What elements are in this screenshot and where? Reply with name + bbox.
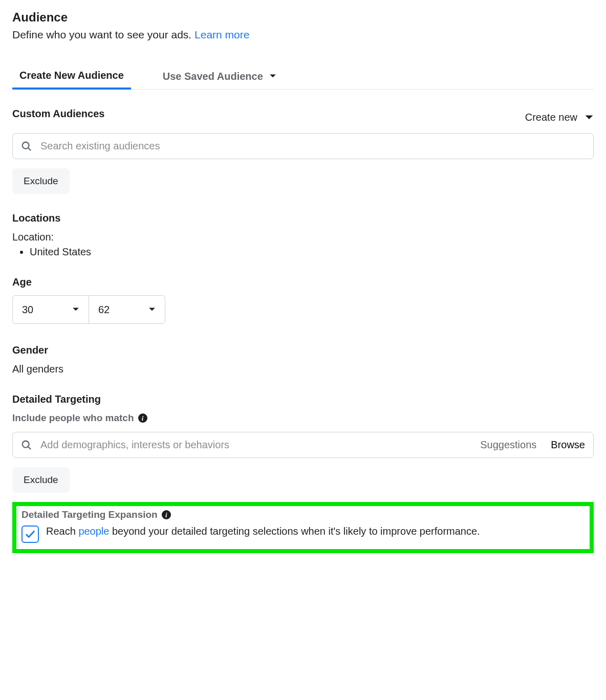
- custom-audiences-block: Custom Audiences Create new Exclude: [12, 108, 594, 194]
- age-max-value: 62: [98, 304, 110, 316]
- detailed-targeting-sublabel: Include people who match i: [12, 412, 594, 424]
- custom-audiences-label: Custom Audiences: [12, 108, 104, 120]
- locations-block: Locations Location: United States: [12, 212, 594, 258]
- age-min-value: 30: [22, 304, 33, 316]
- age-label: Age: [12, 276, 594, 288]
- expansion-text: Reach people beyond your detailed target…: [46, 523, 480, 539]
- location-list: United States: [12, 246, 594, 258]
- info-icon[interactable]: i: [138, 413, 147, 423]
- audience-tabs: Create New Audience Use Saved Audience: [12, 63, 594, 90]
- tab-create-new-audience[interactable]: Create New Audience: [12, 63, 131, 90]
- info-icon[interactable]: i: [162, 510, 171, 519]
- exclude-detailed-button[interactable]: Exclude: [12, 467, 70, 493]
- age-max-select[interactable]: 62: [89, 295, 165, 324]
- search-icon: [21, 141, 32, 152]
- age-block: Age 30 62: [12, 276, 594, 324]
- audience-search-input[interactable]: [39, 140, 585, 152]
- expansion-highlight: Detailed Targeting Expansion i Reach peo…: [12, 502, 594, 553]
- suggestions-link[interactable]: Suggestions: [480, 439, 536, 451]
- tab-saved-label: Use Saved Audience: [163, 71, 263, 82]
- expansion-people-link[interactable]: people: [78, 526, 109, 537]
- expansion-text-prefix: Reach: [46, 526, 78, 537]
- create-new-label: Create new: [525, 112, 577, 123]
- detailed-search-box[interactable]: Suggestions Browse: [12, 432, 594, 458]
- tab-use-saved-audience[interactable]: Use Saved Audience: [156, 64, 284, 89]
- detailed-search-input[interactable]: [39, 439, 473, 451]
- include-match-text: Include people who match: [12, 412, 134, 424]
- check-icon: [25, 529, 36, 540]
- chevron-down-icon: [269, 73, 276, 80]
- section-subtitle: Define who you want to see your ads. Lea…: [12, 29, 594, 41]
- browse-link[interactable]: Browse: [551, 439, 585, 451]
- exclude-audience-button[interactable]: Exclude: [12, 168, 70, 194]
- svg-line-3: [28, 446, 31, 449]
- create-new-dropdown[interactable]: Create new: [525, 112, 594, 123]
- location-item: United States: [30, 246, 594, 258]
- gender-value: All genders: [12, 363, 594, 375]
- svg-point-0: [23, 142, 29, 148]
- detailed-targeting-label: Detailed Targeting: [12, 393, 594, 405]
- audience-search-box[interactable]: [12, 133, 594, 159]
- chevron-down-icon: [72, 306, 79, 313]
- expansion-text-suffix: beyond your detailed targeting selection…: [109, 526, 480, 537]
- search-icon: [21, 440, 32, 451]
- section-title: Audience: [12, 10, 594, 25]
- svg-line-1: [28, 147, 31, 150]
- gender-label: Gender: [12, 344, 594, 356]
- expansion-label-row: Detailed Targeting Expansion i: [21, 509, 585, 520]
- detailed-targeting-block: Detailed Targeting Include people who ma…: [12, 393, 594, 493]
- expansion-label: Detailed Targeting Expansion: [21, 509, 158, 520]
- learn-more-link[interactable]: Learn more: [194, 29, 249, 40]
- chevron-down-icon: [585, 113, 594, 122]
- gender-block: Gender All genders: [12, 344, 594, 375]
- chevron-down-icon: [148, 306, 156, 313]
- location-prefix: Location:: [12, 231, 594, 243]
- subtitle-text: Define who you want to see your ads.: [12, 29, 194, 40]
- svg-point-2: [23, 441, 29, 447]
- age-min-select[interactable]: 30: [12, 295, 89, 324]
- locations-label: Locations: [12, 212, 594, 224]
- expansion-checkbox[interactable]: [21, 526, 39, 543]
